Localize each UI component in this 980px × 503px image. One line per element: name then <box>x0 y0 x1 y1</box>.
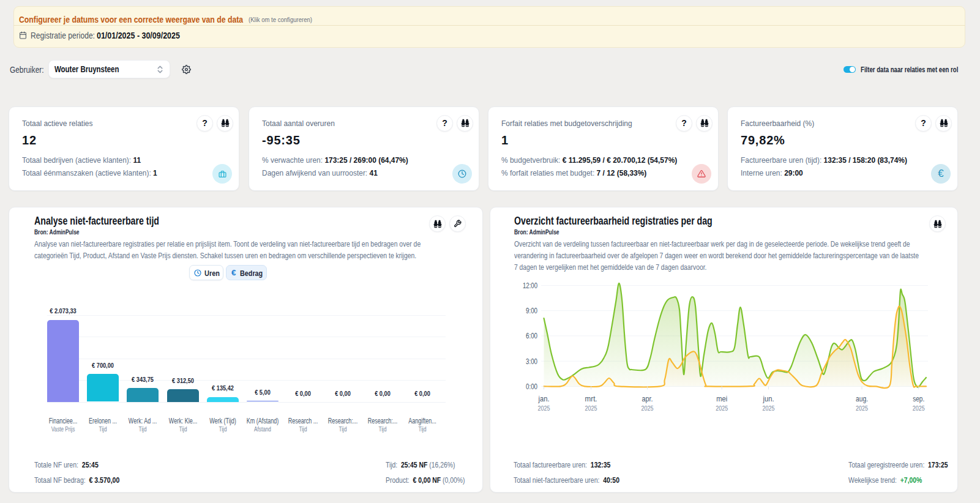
svg-text:2025: 2025 <box>716 404 728 412</box>
svg-text:6:00: 6:00 <box>526 332 537 340</box>
svg-text:aug.: aug. <box>856 394 868 403</box>
svg-text:apr.: apr. <box>642 394 653 403</box>
svg-text:2025: 2025 <box>585 404 597 412</box>
svg-text:mei: mei <box>716 394 727 403</box>
svg-text:2025: 2025 <box>856 404 868 412</box>
svg-text:9:00: 9:00 <box>526 307 537 315</box>
svg-text:sep.: sep. <box>913 394 924 403</box>
svg-text:2025: 2025 <box>538 404 550 412</box>
svg-text:12:00: 12:00 <box>523 281 537 290</box>
svg-text:2025: 2025 <box>641 404 654 412</box>
svg-text:2025: 2025 <box>913 404 925 412</box>
svg-text:jun.: jun. <box>763 394 774 403</box>
svg-text:2025: 2025 <box>763 404 775 412</box>
svg-text:jan.: jan. <box>538 394 550 403</box>
svg-text:mrt.: mrt. <box>585 394 597 403</box>
svg-text:0:00: 0:00 <box>526 382 537 391</box>
svg-text:3:00: 3:00 <box>526 357 537 366</box>
